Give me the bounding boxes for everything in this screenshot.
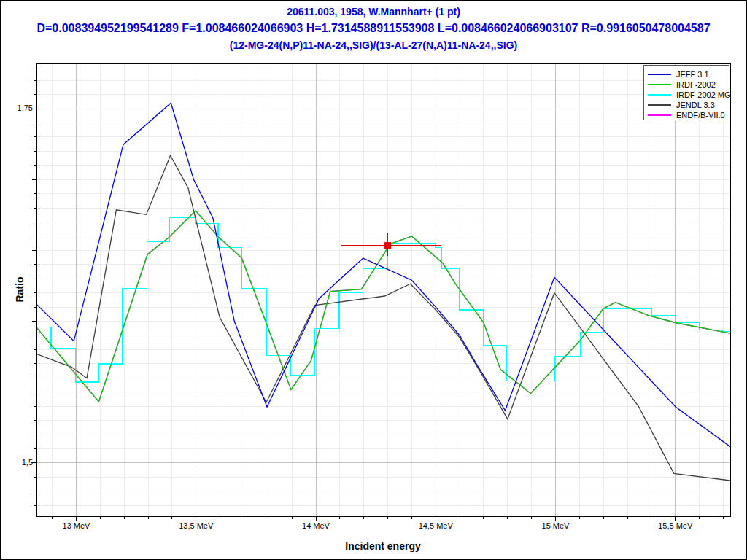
x-tick-label: 14 MeV bbox=[290, 521, 341, 530]
legend-line-sample bbox=[648, 114, 671, 116]
plot-border bbox=[36, 63, 730, 516]
curves-layer bbox=[36, 103, 730, 481]
legend-item: JENDL 3.3 bbox=[648, 100, 729, 110]
y-tick-label: 1,75 bbox=[7, 104, 33, 112]
plot-window: 20611.003, 1958, W.Mannhart+ (1 pt) D=0.… bbox=[0, 0, 747, 560]
legend-line-sample bbox=[648, 84, 671, 85]
data-point-marker bbox=[384, 242, 391, 249]
legend-item: IRDF-2002 bbox=[648, 79, 729, 90]
legend-item: IRDF-2002 MG bbox=[648, 90, 729, 100]
x-axis-title: Incident energy bbox=[345, 540, 420, 552]
curve-irdf-2002 bbox=[36, 211, 730, 402]
plot-canvas[interactable] bbox=[1, 1, 747, 560]
x-tick-label: 15 MeV bbox=[530, 521, 581, 530]
x-tick-label: 15,5 MeV bbox=[650, 521, 701, 530]
x-tick-label: 14,5 MeV bbox=[410, 521, 461, 530]
legend-label: JENDL 3.3 bbox=[676, 101, 715, 109]
legend-label: JEFF 3.1 bbox=[676, 70, 709, 79]
legend-item: ENDF/B-VII.0 bbox=[648, 110, 729, 120]
legend-line-sample bbox=[648, 94, 671, 96]
legend-label: IRDF-2002 bbox=[676, 80, 716, 89]
curve-jendl-3-3 bbox=[36, 155, 730, 481]
legend-line-sample bbox=[648, 104, 671, 106]
y-axis-title: Ratio bbox=[14, 277, 26, 303]
legend-item: JEFF 3.1 bbox=[648, 69, 729, 79]
curve-irdf-2002-mg bbox=[36, 218, 730, 382]
legend-line-sample bbox=[648, 74, 671, 75]
x-tick-label: 13,5 MeV bbox=[171, 521, 222, 530]
legend: JEFF 3.1IRDF-2002IRDF-2002 MGJENDL 3.3EN… bbox=[643, 65, 729, 120]
legend-label: ENDF/B-VII.0 bbox=[676, 111, 725, 120]
y-tick-label: 1,5 bbox=[7, 458, 33, 467]
legend-label: IRDF-2002 MG bbox=[676, 90, 731, 99]
x-tick-label: 13 MeV bbox=[51, 521, 102, 530]
